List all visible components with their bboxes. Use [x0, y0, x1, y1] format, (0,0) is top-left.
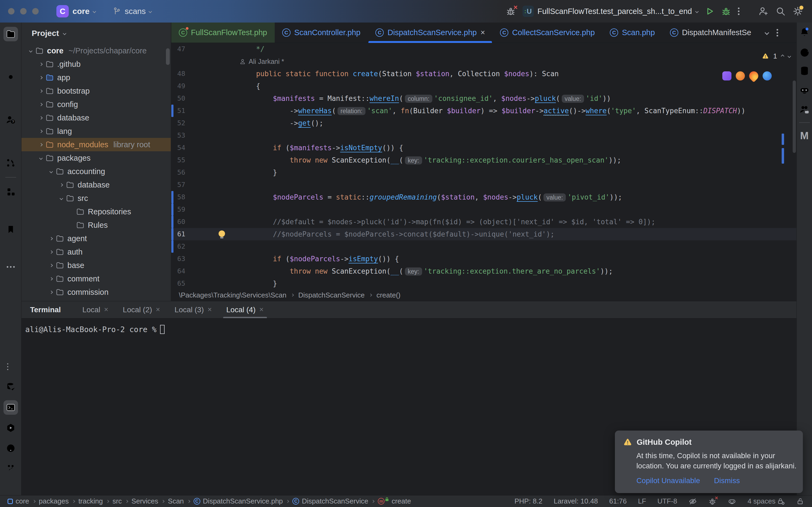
- tree-chevron-icon[interactable]: [39, 89, 43, 93]
- commit-tool-icon[interactable]: [3, 70, 18, 84]
- tree-chevron-icon[interactable]: [39, 116, 43, 120]
- tree-item-node_modules[interactable]: node_moduleslibrary root: [21, 138, 171, 151]
- tree-chevron-icon[interactable]: [49, 264, 53, 267]
- tree-item-Repositories[interactable]: Repositories: [21, 205, 171, 218]
- tree-item-agent[interactable]: agent: [21, 232, 171, 245]
- tree-item-lang[interactable]: lang: [21, 124, 171, 138]
- close-window-button[interactable]: [8, 8, 14, 14]
- zoom-window-button[interactable]: [32, 8, 39, 14]
- intention-bulb-icon[interactable]: [218, 230, 225, 237]
- debug-button[interactable]: [721, 6, 731, 16]
- database-tool-icon[interactable]: [798, 64, 811, 77]
- close-tab-icon[interactable]: ×: [259, 305, 264, 314]
- editor-tab-Scan.php[interactable]: CScan.php: [602, 22, 662, 43]
- code-line[interactable]: 55 throw new ScanException(__(key:'track…: [171, 154, 797, 166]
- database-check-tool-icon[interactable]: [3, 380, 18, 394]
- php-version-widget[interactable]: PHP: 8.2: [514, 497, 543, 505]
- code-line[interactable]: 59: [171, 203, 797, 216]
- breadcrumb-namespace[interactable]: \Packages\Tracking\Services\Scan: [179, 291, 287, 299]
- tree-chevron-icon[interactable]: [49, 250, 53, 254]
- tree-chevron-icon[interactable]: [39, 156, 43, 160]
- tree-chevron-icon[interactable]: [60, 196, 63, 200]
- tree-item-comment[interactable]: comment: [21, 272, 171, 285]
- failed-test-bug-icon[interactable]: ×: [506, 6, 516, 16]
- encoding-widget[interactable]: UTF-8: [657, 497, 677, 505]
- plugin-icon-orange[interactable]: [736, 71, 745, 80]
- todo-tool-icon[interactable]: [3, 359, 18, 374]
- version-control-tool-icon[interactable]: [3, 461, 18, 476]
- status-path-core[interactable]: core: [7, 497, 29, 505]
- code-with-me-users-icon[interactable]: [798, 103, 811, 116]
- settings-gear-icon[interactable]: [793, 6, 803, 16]
- tree-chevron-icon[interactable]: [60, 183, 63, 187]
- caret-position-widget[interactable]: 61:76: [609, 497, 627, 505]
- tree-item-packages[interactable]: packages: [21, 151, 171, 165]
- code-line[interactable]: 61 //$nodeParcels = $nodeParcels->concat…: [171, 228, 797, 240]
- ai-assistant-icon[interactable]: [798, 45, 811, 58]
- code-with-me-add-user-icon[interactable]: [758, 6, 768, 16]
- more-tool-windows-icon[interactable]: [3, 260, 18, 274]
- vcs-stripe-mark[interactable]: [782, 133, 784, 145]
- code-line[interactable]: 53: [171, 129, 797, 142]
- editor-tab-ScanController.php[interactable]: CScanController.php: [275, 22, 368, 43]
- structure-tool-icon[interactable]: [3, 184, 18, 199]
- status-path-create[interactable]: mcreate: [378, 497, 411, 505]
- breadcrumb-method[interactable]: create(): [376, 291, 401, 299]
- code-line[interactable]: 62: [171, 240, 797, 253]
- code-line[interactable]: 57: [171, 179, 797, 191]
- next-problem-icon[interactable]: [788, 54, 791, 58]
- prev-problem-icon[interactable]: [781, 54, 784, 58]
- tree-scrollbar[interactable]: [166, 48, 170, 65]
- terminal-tab-Local (3)[interactable]: Local (3)×: [172, 301, 214, 318]
- terminal-tab-Local (4)[interactable]: Local (4)×: [224, 301, 266, 318]
- tree-chevron-icon[interactable]: [49, 237, 53, 240]
- tree-item-core[interactable]: core~/Projects/chapar/core: [21, 44, 171, 57]
- editor-tab-FullScanFlowTest.php[interactable]: CFullScanFlowTest.php: [171, 22, 275, 43]
- m-plugin-icon[interactable]: M: [798, 129, 811, 142]
- tree-item-accounting[interactable]: accounting: [21, 165, 171, 178]
- tree-item-src[interactable]: src: [21, 191, 171, 205]
- plugin-icon-blue[interactable]: [763, 71, 772, 80]
- terminal-tool-icon[interactable]: [3, 400, 18, 415]
- close-tab-icon[interactable]: ×: [480, 28, 485, 37]
- status-path-src[interactable]: src: [112, 497, 122, 505]
- code-line[interactable]: 58 $nodeParcels = static::groupedRemaini…: [171, 191, 797, 203]
- project-panel-header[interactable]: Project: [21, 22, 171, 44]
- terminal-output[interactable]: ali@Alis-MacBook-Pro-2 core %: [21, 319, 797, 334]
- code-line[interactable]: 51 ->whereHas(relation:'scan', fn(Builde…: [171, 105, 797, 117]
- tree-chevron-icon[interactable]: [39, 129, 43, 133]
- status-path-tracking[interactable]: tracking: [79, 497, 103, 505]
- more-actions-icon[interactable]: [738, 10, 740, 12]
- status-path-Services[interactable]: Services: [132, 497, 158, 505]
- code-line[interactable]: 63 if ($nodeParcels->isEmpty()) {: [171, 253, 797, 265]
- copilot-status-icon[interactable]: [728, 497, 736, 506]
- tree-item-commission[interactable]: commission: [21, 285, 171, 299]
- close-tab-icon[interactable]: ×: [104, 305, 108, 314]
- tree-chevron-icon[interactable]: [49, 290, 53, 294]
- dismiss-link[interactable]: Dismiss: [714, 476, 740, 485]
- bookmarks-tool-icon[interactable]: [3, 222, 18, 237]
- run-button[interactable]: [705, 7, 714, 16]
- search-everywhere-icon[interactable]: [775, 6, 786, 16]
- highlighting-level-icon[interactable]: [689, 497, 697, 506]
- vcs-stripe-mark[interactable]: [782, 148, 784, 164]
- tree-item-.github[interactable]: .github: [21, 57, 171, 71]
- branch-widget[interactable]: scans: [112, 7, 151, 16]
- line-separator-widget[interactable]: LF: [638, 497, 646, 505]
- notifications-bell-icon[interactable]: [798, 26, 811, 39]
- terminal-tab-Local (2)[interactable]: Local (2)×: [120, 301, 162, 318]
- indent-widget[interactable]: 4 spaces: [748, 497, 785, 505]
- terminal-tab-Local[interactable]: Local×: [80, 301, 111, 318]
- status-path-packages[interactable]: packages: [39, 497, 69, 505]
- status-path-Scan[interactable]: Scan: [168, 497, 184, 505]
- code-line[interactable]: 52 ->get();: [171, 117, 797, 129]
- status-path-DispatchScanService[interactable]: CDispatchScanService: [292, 497, 368, 505]
- status-path-DispatchScanService.php[interactable]: CDispatchScanService.php: [194, 497, 283, 505]
- hidden-tabs-chevron-icon[interactable]: [764, 30, 769, 35]
- tree-item-database[interactable]: database: [21, 178, 171, 191]
- code-line[interactable]: 54 if ($manifests->isNotEmpty()) {: [171, 142, 797, 154]
- tree-chevron-icon[interactable]: [49, 170, 53, 173]
- tree-chevron-icon[interactable]: [39, 103, 43, 106]
- services-tool-icon[interactable]: [3, 420, 18, 435]
- tree-item-Rules[interactable]: Rules: [21, 218, 171, 232]
